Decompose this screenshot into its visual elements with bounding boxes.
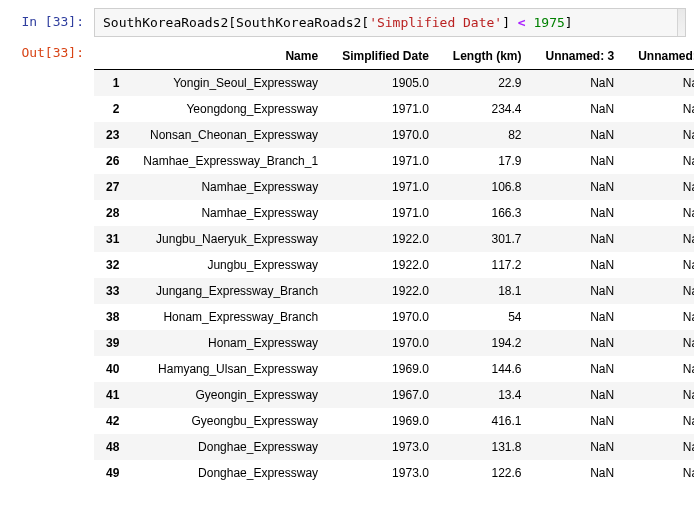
cell-simplified-date: 1969.0 bbox=[330, 408, 441, 434]
cell-length-km: 144.6 bbox=[441, 356, 534, 382]
cell-unnamed-3: NaN bbox=[533, 304, 626, 330]
cell-collapse-bar[interactable] bbox=[677, 9, 685, 36]
cell-simplified-date: 1905.0 bbox=[330, 70, 441, 97]
code-input[interactable]: SouthKoreaRoads2[SouthKoreaRoads2['Simpl… bbox=[94, 8, 686, 37]
cell-simplified-date: 1970.0 bbox=[330, 122, 441, 148]
cell-name: Donghae_Expressway bbox=[131, 460, 330, 486]
cell-unnamed-3: NaN bbox=[533, 226, 626, 252]
cell-simplified-date: 1922.0 bbox=[330, 226, 441, 252]
cell-unnamed-3: NaN bbox=[533, 408, 626, 434]
cell-unnamed-4: NaN bbox=[626, 356, 694, 382]
cell-unnamed-4: NaN bbox=[626, 148, 694, 174]
cell-name: Namhae_Expressway bbox=[131, 174, 330, 200]
code-token-dataframe: SouthKoreaRoads2 bbox=[103, 15, 228, 30]
cell-unnamed-3: NaN bbox=[533, 460, 626, 486]
code-token-bracket: ] bbox=[502, 15, 510, 30]
row-index: 39 bbox=[94, 330, 131, 356]
code-token-string: 'Simplified Date' bbox=[369, 15, 502, 30]
row-index: 33 bbox=[94, 278, 131, 304]
code-token-bracket: ] bbox=[565, 15, 573, 30]
cell-unnamed-4: NaN bbox=[626, 304, 694, 330]
cell-name: Donghae_Expressway bbox=[131, 434, 330, 460]
table-row: 32Jungbu_Expressway1922.0117.2NaNNaN bbox=[94, 252, 694, 278]
table-row: 49Donghae_Expressway1973.0122.6NaNNaN bbox=[94, 460, 694, 486]
code-token-space bbox=[510, 15, 518, 30]
cell-unnamed-3: NaN bbox=[533, 174, 626, 200]
cell-length-km: 18.1 bbox=[441, 278, 534, 304]
code-token-number: 1975 bbox=[534, 15, 565, 30]
cell-unnamed-4: NaN bbox=[626, 278, 694, 304]
code-token-bracket: [ bbox=[361, 15, 369, 30]
cell-unnamed-4: NaN bbox=[626, 174, 694, 200]
table-row: 48Donghae_Expressway1973.0131.8NaNNaN bbox=[94, 434, 694, 460]
code-token-dataframe: SouthKoreaRoads2 bbox=[236, 15, 361, 30]
cell-length-km: 122.6 bbox=[441, 460, 534, 486]
cell-name: Gyeongin_Expressway bbox=[131, 382, 330, 408]
table-row: 42Gyeongbu_Expressway1969.0416.1NaNNaN bbox=[94, 408, 694, 434]
cell-simplified-date: 1967.0 bbox=[330, 382, 441, 408]
cell-length-km: 234.4 bbox=[441, 96, 534, 122]
table-row: 1Yongin_Seoul_Expressway1905.022.9NaNNaN bbox=[94, 70, 694, 97]
row-index: 1 bbox=[94, 70, 131, 97]
cell-name: Namhae_Expressway_Branch_1 bbox=[131, 148, 330, 174]
cell-length-km: 301.7 bbox=[441, 226, 534, 252]
cell-length-km: 416.1 bbox=[441, 408, 534, 434]
cell-name: Jungbu_Expressway bbox=[131, 252, 330, 278]
cell-name: Honam_Expressway bbox=[131, 330, 330, 356]
cell-unnamed-4: NaN bbox=[626, 434, 694, 460]
table-row: 40Hamyang_Ulsan_Expressway1969.0144.6NaN… bbox=[94, 356, 694, 382]
cell-simplified-date: 1970.0 bbox=[330, 330, 441, 356]
cell-name: Jungbu_Naeryuk_Expressway bbox=[131, 226, 330, 252]
cell-name: Honam_Expressway_Branch bbox=[131, 304, 330, 330]
cell-unnamed-4: NaN bbox=[626, 330, 694, 356]
cell-unnamed-3: NaN bbox=[533, 382, 626, 408]
cell-name: Yeongdong_Expressway bbox=[131, 96, 330, 122]
cell-length-km: 194.2 bbox=[441, 330, 534, 356]
cell-length-km: 13.4 bbox=[441, 382, 534, 408]
row-index: 26 bbox=[94, 148, 131, 174]
output-area: Name Simplified Date Length (km) Unnamed… bbox=[94, 39, 694, 490]
table-row: 41Gyeongin_Expressway1967.013.4NaNNaN bbox=[94, 382, 694, 408]
cell-name: Gyeongbu_Expressway bbox=[131, 408, 330, 434]
row-index: 23 bbox=[94, 122, 131, 148]
col-simplified-date: Simplified Date bbox=[330, 43, 441, 70]
table-header: Name Simplified Date Length (km) Unnamed… bbox=[94, 43, 694, 70]
cell-simplified-date: 1922.0 bbox=[330, 278, 441, 304]
cell-simplified-date: 1971.0 bbox=[330, 96, 441, 122]
cell-name: Yongin_Seoul_Expressway bbox=[131, 70, 330, 97]
cell-unnamed-3: NaN bbox=[533, 252, 626, 278]
cell-length-km: 54 bbox=[441, 304, 534, 330]
table-row: 26Namhae_Expressway_Branch_11971.017.9Na… bbox=[94, 148, 694, 174]
table-row: 28Namhae_Expressway1971.0166.3NaNNaN bbox=[94, 200, 694, 226]
cell-unnamed-3: NaN bbox=[533, 434, 626, 460]
cell-name: Namhae_Expressway bbox=[131, 200, 330, 226]
row-index: 48 bbox=[94, 434, 131, 460]
cell-simplified-date: 1973.0 bbox=[330, 460, 441, 486]
cell-length-km: 131.8 bbox=[441, 434, 534, 460]
row-index: 40 bbox=[94, 356, 131, 382]
cell-name: Hamyang_Ulsan_Expressway bbox=[131, 356, 330, 382]
cell-unnamed-3: NaN bbox=[533, 70, 626, 97]
cell-unnamed-3: NaN bbox=[533, 122, 626, 148]
cell-unnamed-4: NaN bbox=[626, 252, 694, 278]
row-index: 49 bbox=[94, 460, 131, 486]
cell-unnamed-4: NaN bbox=[626, 382, 694, 408]
cell-name: Nonsan_Cheonan_Expressway bbox=[131, 122, 330, 148]
cell-unnamed-4: NaN bbox=[626, 460, 694, 486]
row-index: 31 bbox=[94, 226, 131, 252]
cell-unnamed-4: NaN bbox=[626, 226, 694, 252]
cell-simplified-date: 1973.0 bbox=[330, 434, 441, 460]
table-row: 23Nonsan_Cheonan_Expressway1970.082NaNNa… bbox=[94, 122, 694, 148]
cell-simplified-date: 1970.0 bbox=[330, 304, 441, 330]
cell-length-km: 82 bbox=[441, 122, 534, 148]
cell-unnamed-3: NaN bbox=[533, 148, 626, 174]
cell-unnamed-3: NaN bbox=[533, 356, 626, 382]
row-index: 38 bbox=[94, 304, 131, 330]
cell-simplified-date: 1971.0 bbox=[330, 200, 441, 226]
cell-unnamed-3: NaN bbox=[533, 278, 626, 304]
cell-simplified-date: 1971.0 bbox=[330, 174, 441, 200]
cell-length-km: 22.9 bbox=[441, 70, 534, 97]
cell-unnamed-4: NaN bbox=[626, 96, 694, 122]
cell-simplified-date: 1969.0 bbox=[330, 356, 441, 382]
col-length-km: Length (km) bbox=[441, 43, 534, 70]
